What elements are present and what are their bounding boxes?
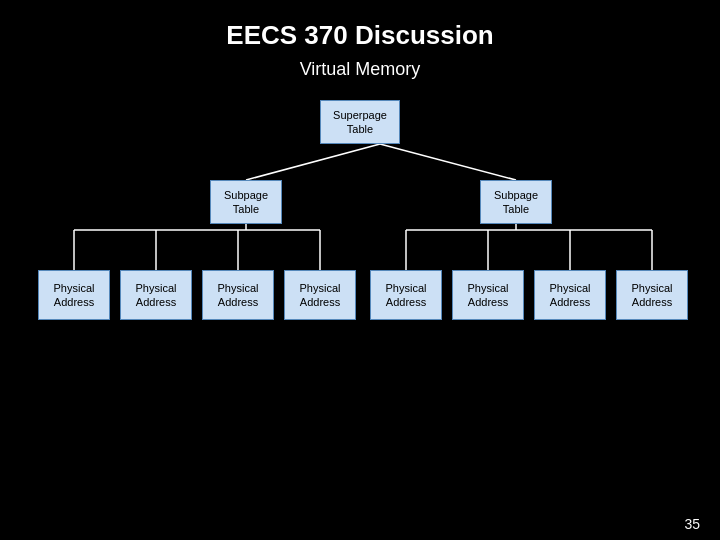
physical-address-3: PhysicalAddress [202,270,274,320]
subpage-table-right-box: SubpageTable [480,180,552,224]
physical-address-5: PhysicalAddress [370,270,442,320]
svg-line-1 [380,144,516,180]
slide: EECS 370 Discussion Virtual Memory [0,0,720,540]
subpage-table-left-box: SubpageTable [210,180,282,224]
physical-address-2: PhysicalAddress [120,270,192,320]
physical-address-8: PhysicalAddress [616,270,688,320]
physical-address-7: PhysicalAddress [534,270,606,320]
physical-address-1: PhysicalAddress [38,270,110,320]
page-number: 35 [684,516,700,532]
slide-subtitle: Virtual Memory [20,59,700,80]
physical-address-4: PhysicalAddress [284,270,356,320]
subpage-left-label: SubpageTable [224,188,268,217]
svg-line-0 [246,144,380,180]
subpage-right-label: SubpageTable [494,188,538,217]
superpage-table-label: SuperpageTable [333,108,387,137]
slide-title: EECS 370 Discussion [20,20,700,51]
diagram: SuperpageTable SubpageTable SubpageTable… [20,100,700,460]
superpage-table-box: SuperpageTable [320,100,400,144]
physical-address-6: PhysicalAddress [452,270,524,320]
